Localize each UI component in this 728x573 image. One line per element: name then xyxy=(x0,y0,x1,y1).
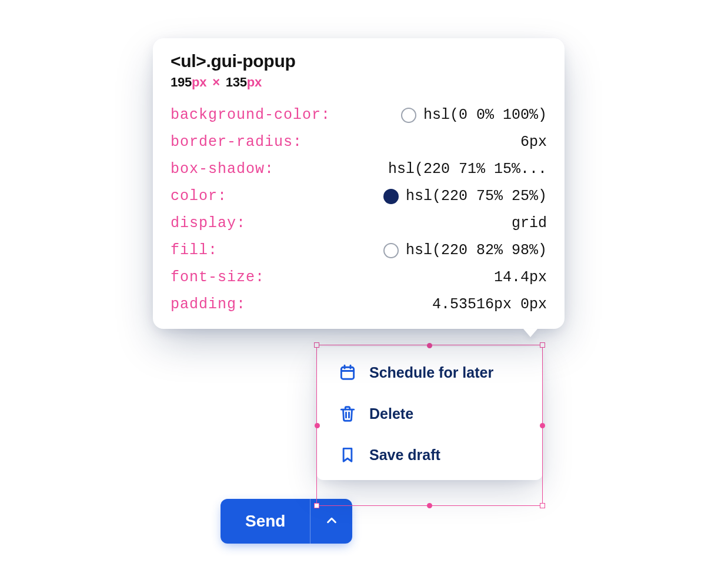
css-prop-value: 4.53516px 0px xyxy=(383,296,547,314)
css-prop-value: hsl(220 75% 25%) xyxy=(383,188,547,205)
times-glyph: × xyxy=(210,75,222,89)
dim-height: 135 xyxy=(226,75,247,89)
selector-tag: <ul> xyxy=(171,51,206,71)
color-swatch-icon xyxy=(383,189,399,204)
popup-menu: Schedule for later Delete Save draft xyxy=(316,347,543,480)
popup-item-label: Save draft xyxy=(369,447,440,464)
css-prop-value-text: hsl(0 0% 100%) xyxy=(423,106,547,124)
css-prop-value: hsl(220 71% 15%... xyxy=(383,161,547,178)
css-prop-name: padding xyxy=(171,296,369,314)
send-button[interactable]: Send xyxy=(221,499,310,544)
dim-width: 195 xyxy=(171,75,192,89)
css-prop-name: box-shadow xyxy=(171,161,369,178)
css-prop-value-text: 4.53516px 0px xyxy=(432,296,547,314)
css-prop-value-text: hsl(220 82% 98%) xyxy=(406,242,547,259)
popup-item-schedule[interactable]: Schedule for later xyxy=(316,352,543,393)
css-prop-name: color xyxy=(171,188,369,205)
chevron-up-icon xyxy=(325,514,338,529)
css-prop-name: display xyxy=(171,215,369,232)
selection-handle xyxy=(540,342,545,348)
color-swatch-icon xyxy=(401,108,416,123)
bookmark-icon xyxy=(339,446,356,464)
css-prop-name: fill xyxy=(171,242,369,259)
css-prop-value: hsl(220 82% 98%) xyxy=(383,242,547,259)
inspector-tooltip: <ul>.gui-popup 195px × 135px background-… xyxy=(153,38,565,329)
popup-item-label: Schedule for later xyxy=(369,364,493,381)
calendar-icon xyxy=(339,364,356,381)
css-prop-value: hsl(0 0% 100%) xyxy=(383,106,547,124)
css-prop-name: background-color xyxy=(171,106,369,124)
unit-px: px xyxy=(247,75,262,89)
css-prop-value: 14.4px xyxy=(383,269,547,286)
css-prop-name: font-size xyxy=(171,269,369,286)
selector-class: .gui-popup xyxy=(206,51,296,71)
svg-rect-0 xyxy=(341,367,353,379)
send-split-button: Send xyxy=(221,499,352,544)
popup-item-delete[interactable]: Delete xyxy=(316,393,543,434)
selection-handle xyxy=(427,503,432,508)
inspected-selector: <ul>.gui-popup xyxy=(171,51,547,71)
popup-item-save-draft[interactable]: Save draft xyxy=(316,434,543,475)
selection-handle xyxy=(540,503,545,508)
css-prop-value-text: 6px xyxy=(520,134,547,151)
trash-icon xyxy=(339,405,356,422)
css-prop-value-text: grid xyxy=(512,215,547,232)
css-prop-value: grid xyxy=(383,215,547,232)
inspected-dimensions: 195px × 135px xyxy=(171,75,547,90)
popup-item-label: Delete xyxy=(369,405,413,422)
color-swatch-icon xyxy=(383,243,399,258)
css-properties: background-color hsl(0 0% 100%) border-r… xyxy=(171,106,547,314)
css-prop-value-text: 14.4px xyxy=(494,269,547,286)
send-more-toggle[interactable] xyxy=(310,499,352,544)
css-prop-value: 6px xyxy=(383,134,547,151)
unit-px: px xyxy=(192,75,206,89)
selection-handle xyxy=(314,342,319,348)
css-prop-value-text: hsl(220 75% 25%) xyxy=(406,188,547,205)
css-prop-value-text: hsl(220 71% 15%... xyxy=(388,161,547,178)
css-prop-name: border-radius xyxy=(171,134,369,151)
stage: Send Schedule for later Delete Save draf… xyxy=(0,0,728,573)
